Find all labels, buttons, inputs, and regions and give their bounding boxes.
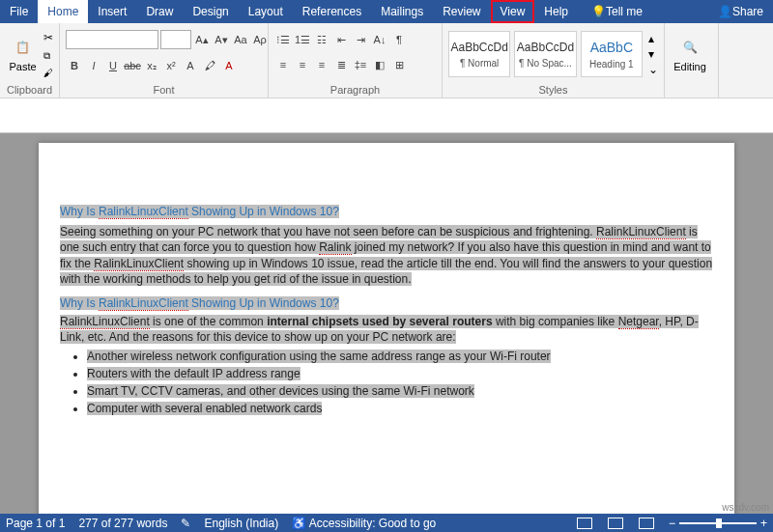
- underline-button[interactable]: U: [104, 57, 122, 74]
- multilevel-icon[interactable]: ☷: [313, 31, 330, 48]
- pilcrow-icon[interactable]: ¶: [390, 31, 408, 48]
- tab-file[interactable]: File: [0, 0, 38, 23]
- accessibility-status[interactable]: ♿ Accessibility: Good to go: [292, 517, 436, 530]
- justify-icon[interactable]: ≣: [332, 56, 350, 73]
- tab-design[interactable]: Design: [183, 0, 238, 23]
- page[interactable]: Why Is RalinkLinuxClient Showing Up in W…: [39, 143, 734, 514]
- subscript-icon[interactable]: x₂: [143, 57, 160, 74]
- heading-1: Why Is RalinkLinuxClient Showing Up in W…: [60, 201, 713, 220]
- text: Why Is: [60, 205, 99, 218]
- paragraph-1: Seeing something on your PC network that…: [60, 224, 713, 287]
- tab-home[interactable]: Home: [38, 0, 88, 23]
- list-item: Smart TV, CCTV cameras, and other device…: [87, 383, 713, 399]
- align-left-icon[interactable]: ≡: [274, 56, 292, 73]
- more-styles-icon[interactable]: ⌄: [648, 63, 658, 76]
- tab-mailings[interactable]: Mailings: [371, 0, 433, 23]
- style-name: ¶ Normal: [460, 58, 499, 69]
- strike-button[interactable]: abc: [124, 57, 141, 74]
- tab-references[interactable]: References: [293, 0, 371, 23]
- bold-button[interactable]: B: [66, 57, 83, 74]
- style-normal[interactable]: AaBbCcDd ¶ Normal: [448, 31, 510, 77]
- tell-me[interactable]: 💡 Tell me: [582, 0, 652, 23]
- clear-format-icon[interactable]: Aρ: [251, 31, 269, 48]
- editing-button[interactable]: 🔍 Editing: [671, 26, 709, 82]
- font-size[interactable]: [160, 30, 191, 49]
- styles-scroll[interactable]: ▴ ▾ ⌄: [648, 32, 658, 76]
- style-name: ¶ No Spac...: [519, 58, 572, 69]
- cut-icon[interactable]: ✂: [43, 31, 53, 44]
- italic-button[interactable]: I: [85, 57, 102, 74]
- borders-icon[interactable]: ⊞: [390, 56, 408, 73]
- list-item: Another wireless network configuration u…: [87, 349, 713, 364]
- list-item: Computer with several enabled network ca…: [87, 401, 713, 416]
- status-page[interactable]: Page 1 of 1: [6, 517, 65, 530]
- style-nospacing[interactable]: AaBbCcDd ¶ No Spac...: [514, 31, 576, 77]
- print-layout-icon[interactable]: [608, 518, 623, 529]
- zoom-out-icon[interactable]: −: [669, 517, 675, 530]
- font-color-icon[interactable]: A: [220, 57, 238, 74]
- web-layout-icon[interactable]: [639, 518, 654, 529]
- shading-icon[interactable]: ◧: [371, 56, 388, 73]
- formatpainter-icon[interactable]: 🖌: [43, 68, 53, 78]
- spellcheck-icon[interactable]: ✎: [181, 517, 190, 530]
- sort-icon[interactable]: A↓: [371, 31, 388, 48]
- zoom-slider[interactable]: [679, 522, 757, 524]
- status-words[interactable]: 277 of 277 words: [78, 517, 167, 530]
- paragraph-2: RalinkLinuxClient is one of the common i…: [60, 314, 713, 345]
- tab-draw[interactable]: Draw: [136, 0, 183, 23]
- style-heading1[interactable]: AaBbC Heading 1: [581, 31, 643, 77]
- ribbon: 📋 Paste ✂ ⧉ 🖌 Clipboard A▴ A▾ Aa Aρ B: [0, 23, 773, 98]
- editing-label: Editing: [673, 61, 706, 72]
- chevron-down-icon[interactable]: ▾: [648, 47, 658, 61]
- bullet-list: Another wireless network configuration u…: [87, 349, 713, 417]
- style-preview: AaBbC: [590, 40, 633, 55]
- chevron-up-icon[interactable]: ▴: [648, 32, 658, 45]
- status-bar: Page 1 of 1 277 of 277 words ✎ English (…: [0, 514, 773, 532]
- read-mode-icon[interactable]: [577, 518, 592, 529]
- align-right-icon[interactable]: ≡: [313, 56, 330, 73]
- group-paragraph: ⁝☰ 1☰ ☷ ⇤ ⇥ A↓ ¶ ≡ ≡ ≡ ≣ ‡≡ ◧ ⊞ Paragrap…: [269, 23, 443, 98]
- share-label: Share: [732, 5, 763, 18]
- grow-font-icon[interactable]: A▴: [193, 31, 211, 48]
- outdent-icon[interactable]: ⇤: [332, 31, 350, 48]
- align-center-icon[interactable]: ≡: [294, 56, 311, 73]
- bullets-icon[interactable]: ⁝☰: [274, 31, 292, 48]
- tab-view[interactable]: View: [491, 0, 535, 23]
- paragraph-label: Paragraph: [274, 83, 436, 97]
- group-font: A▴ A▾ Aa Aρ B I U abc x₂ x² A 🖍 A Font: [60, 23, 269, 98]
- ruler[interactable]: [0, 118, 773, 133]
- group-styles: AaBbCcDd ¶ Normal AaBbCcDd ¶ No Spac... …: [443, 23, 665, 98]
- status-language[interactable]: English (India): [204, 517, 278, 530]
- styles-label: Styles: [448, 83, 658, 97]
- tab-review[interactable]: Review: [433, 0, 490, 23]
- clipboard-label: Clipboard: [6, 83, 53, 97]
- font-group-label: Font: [66, 83, 262, 97]
- list-item: Routers with the default IP address rang…: [87, 366, 713, 381]
- tab-insert[interactable]: Insert: [88, 0, 136, 23]
- group-clipboard: 📋 Paste ✂ ⧉ 🖌 Clipboard: [0, 23, 60, 98]
- highlight-icon[interactable]: 🖍: [201, 57, 218, 74]
- style-name: Heading 1: [589, 59, 634, 70]
- tab-help[interactable]: Help: [534, 0, 578, 23]
- watermark: wsxdv.com: [722, 502, 769, 513]
- group-editing: 🔍 Editing Editing: [665, 23, 719, 98]
- text: RalinkLinuxClient: [99, 205, 188, 219]
- font-name[interactable]: [66, 30, 158, 49]
- text-effects-icon[interactable]: A: [182, 57, 199, 74]
- text: Showing Up in Windows 10?: [188, 205, 339, 218]
- share-button[interactable]: 👤 Share: [708, 0, 773, 23]
- style-preview: AaBbCcDd: [450, 41, 507, 54]
- zoom-in-icon[interactable]: +: [760, 517, 767, 530]
- zoom-control[interactable]: − +: [669, 517, 767, 530]
- indent-icon[interactable]: ⇥: [352, 31, 369, 48]
- paste-button[interactable]: 📋 Paste: [6, 26, 40, 82]
- change-case-icon[interactable]: Aa: [232, 31, 249, 48]
- tab-layout[interactable]: Layout: [239, 0, 293, 23]
- numbering-icon[interactable]: 1☰: [294, 31, 311, 48]
- heading-2: Why Is RalinkLinuxClient Showing Up in W…: [60, 294, 713, 312]
- paste-icon: 📋: [12, 36, 35, 59]
- copy-icon[interactable]: ⧉: [43, 50, 53, 62]
- line-spacing-icon[interactable]: ‡≡: [352, 56, 369, 73]
- shrink-font-icon[interactable]: A▾: [213, 31, 230, 48]
- superscript-icon[interactable]: x²: [162, 57, 180, 74]
